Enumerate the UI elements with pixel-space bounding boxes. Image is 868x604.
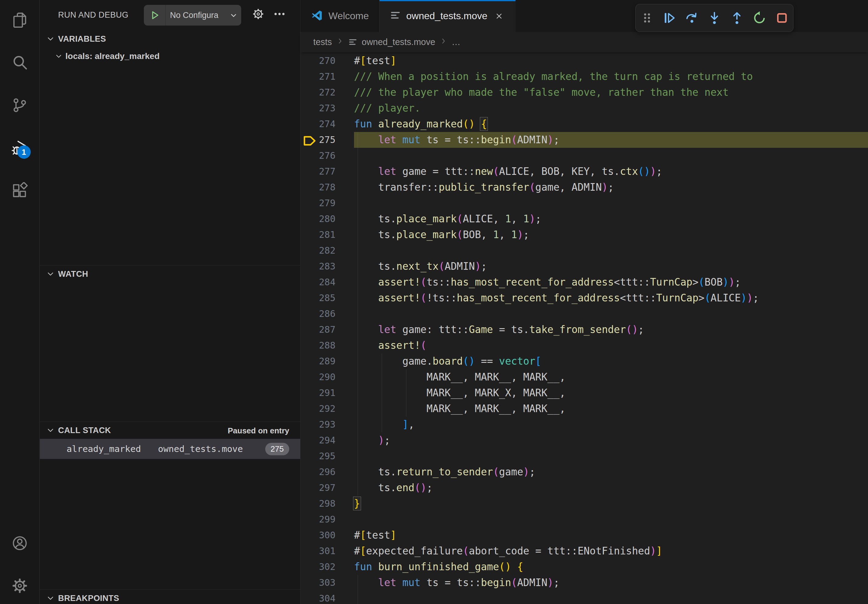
chevron-down-icon[interactable]: [226, 11, 240, 20]
code-line[interactable]: 299: [301, 511, 868, 527]
views-more-actions-button[interactable]: [271, 7, 287, 23]
line-gutter[interactable]: 298: [301, 496, 354, 511]
line-number[interactable]: 270: [319, 53, 335, 69]
breakpoints-section-header[interactable]: BREAKPOINTS: [40, 590, 300, 604]
debug-settings-button[interactable]: [250, 7, 266, 23]
line-number[interactable]: 275: [319, 132, 335, 148]
line-gutter[interactable]: 281: [301, 227, 354, 243]
code-area[interactable]: 270#[test]271/// When a position is alre…: [301, 52, 868, 604]
start-debug-button[interactable]: No Configura: [144, 5, 241, 26]
stack-frame-row[interactable]: already_marked owned_tests.move 275: [40, 439, 300, 459]
line-number[interactable]: 290: [319, 369, 335, 385]
line-number[interactable]: 299: [319, 511, 335, 527]
line-number[interactable]: 280: [319, 211, 335, 227]
step-into-button[interactable]: [707, 10, 721, 26]
line-gutter[interactable]: 286: [301, 306, 354, 322]
code-line[interactable]: 276: [301, 148, 868, 164]
sidebar-item-search[interactable]: [11, 55, 28, 72]
step-over-button[interactable]: [685, 10, 699, 26]
code-line[interactable]: 297 ts.end();: [301, 480, 868, 496]
line-gutter[interactable]: 274: [301, 116, 354, 132]
line-gutter[interactable]: 289: [301, 353, 354, 369]
code-line[interactable]: 303 let mut ts = ts::begin(ADMIN);: [301, 575, 868, 591]
line-gutter[interactable]: 273: [301, 101, 354, 116]
restart-button[interactable]: [752, 10, 766, 26]
code-line[interactable]: 282: [301, 243, 868, 259]
line-gutter[interactable]: 284: [301, 274, 354, 290]
code-line[interactable]: 288 assert!(: [301, 338, 868, 353]
line-gutter[interactable]: 277: [301, 164, 354, 180]
code-line[interactable]: 292 MARK__, MARK__, MARK__,: [301, 401, 868, 417]
code-line[interactable]: 287 let game: ttt::Game = ts.take_from_s…: [301, 322, 868, 338]
line-number[interactable]: 289: [319, 353, 335, 369]
continue-button[interactable]: [662, 10, 676, 26]
line-gutter[interactable]: 290: [301, 369, 354, 385]
breadcrumb-item-file[interactable]: owned_tests.move: [362, 37, 435, 47]
breadcrumb-item-tests[interactable]: tests: [313, 37, 332, 47]
code-line[interactable]: 304: [301, 591, 868, 604]
line-gutter[interactable]: 271: [301, 69, 354, 85]
sidebar-item-run-and-debug[interactable]: 1: [11, 140, 28, 157]
sidebar-item-source-control[interactable]: [11, 97, 28, 115]
line-gutter[interactable]: 280: [301, 211, 354, 227]
line-number[interactable]: 292: [319, 401, 335, 417]
code-line[interactable]: 273/// player.: [301, 101, 868, 116]
line-number[interactable]: 288: [319, 338, 335, 353]
line-number[interactable]: 287: [319, 322, 335, 338]
code-line[interactable]: 289 game.board() == vector[: [301, 353, 868, 369]
line-gutter[interactable]: 278: [301, 180, 354, 195]
tab-owned-tests-move[interactable]: owned_tests.move: [380, 0, 516, 32]
code-line[interactable]: 300#[test]: [301, 527, 868, 543]
line-number[interactable]: 273: [319, 101, 335, 116]
code-line[interactable]: 284 assert!(ts::has_most_recent_for_addr…: [301, 274, 868, 290]
line-gutter[interactable]: 275: [301, 132, 354, 148]
code-line[interactable]: 274fun already_marked() {: [301, 116, 868, 132]
line-gutter[interactable]: 287: [301, 322, 354, 338]
code-line[interactable]: 294 );: [301, 432, 868, 448]
line-number[interactable]: 286: [319, 306, 335, 322]
line-number[interactable]: 296: [319, 464, 335, 480]
line-number[interactable]: 283: [319, 259, 335, 274]
line-number[interactable]: 303: [319, 575, 335, 591]
line-gutter[interactable]: 272: [301, 85, 354, 101]
line-number[interactable]: 271: [319, 69, 335, 85]
code-line[interactable]: 277 let game = ttt::new(ALICE, BOB, KEY,…: [301, 164, 868, 180]
line-number[interactable]: 291: [319, 385, 335, 401]
play-icon[interactable]: [144, 5, 166, 26]
code-line[interactable]: 279: [301, 195, 868, 211]
locals-scope-row[interactable]: locals: already_marked: [40, 48, 300, 65]
drag-handle-icon[interactable]: [640, 10, 654, 26]
code-line[interactable]: 298}: [301, 496, 868, 511]
sidebar-item-extensions[interactable]: [11, 183, 28, 200]
code-line[interactable]: 272/// the player who made the "false" m…: [301, 85, 868, 101]
debug-config-label[interactable]: No Configura: [166, 11, 226, 20]
code-line[interactable]: 280 ts.place_mark(ALICE, 1, 1);: [301, 211, 868, 227]
line-number[interactable]: 301: [319, 543, 335, 559]
line-gutter[interactable]: 304: [301, 591, 354, 604]
code-line[interactable]: 275 let mut ts = ts::begin(ADMIN);: [301, 132, 868, 148]
line-number[interactable]: 274: [319, 116, 335, 132]
sidebar-item-explorer[interactable]: [11, 12, 28, 29]
line-gutter[interactable]: 297: [301, 480, 354, 496]
line-gutter[interactable]: 294: [301, 432, 354, 448]
variables-section-header[interactable]: VARIABLES: [40, 30, 300, 48]
line-gutter[interactable]: 296: [301, 464, 354, 480]
line-gutter[interactable]: 291: [301, 385, 354, 401]
tab-welcome[interactable]: Welcome: [301, 0, 380, 32]
code-line[interactable]: 302fun burn_unfinished_game() {: [301, 559, 868, 575]
line-number[interactable]: 278: [319, 180, 335, 195]
line-number[interactable]: 300: [319, 527, 335, 543]
line-number[interactable]: 284: [319, 274, 335, 290]
code-line[interactable]: 270#[test]: [301, 53, 868, 69]
line-gutter[interactable]: 283: [301, 259, 354, 274]
code-line[interactable]: 281 ts.place_mark(BOB, 1, 1);: [301, 227, 868, 243]
line-number[interactable]: 293: [319, 417, 335, 432]
line-number[interactable]: 277: [319, 164, 335, 180]
line-number[interactable]: 272: [319, 85, 335, 101]
watch-section-header[interactable]: WATCH: [40, 265, 300, 283]
close-icon[interactable]: [493, 10, 505, 22]
code-line[interactable]: 286: [301, 306, 868, 322]
line-number[interactable]: 285: [319, 290, 335, 306]
line-number[interactable]: 282: [319, 243, 335, 259]
account-button[interactable]: [11, 535, 28, 552]
